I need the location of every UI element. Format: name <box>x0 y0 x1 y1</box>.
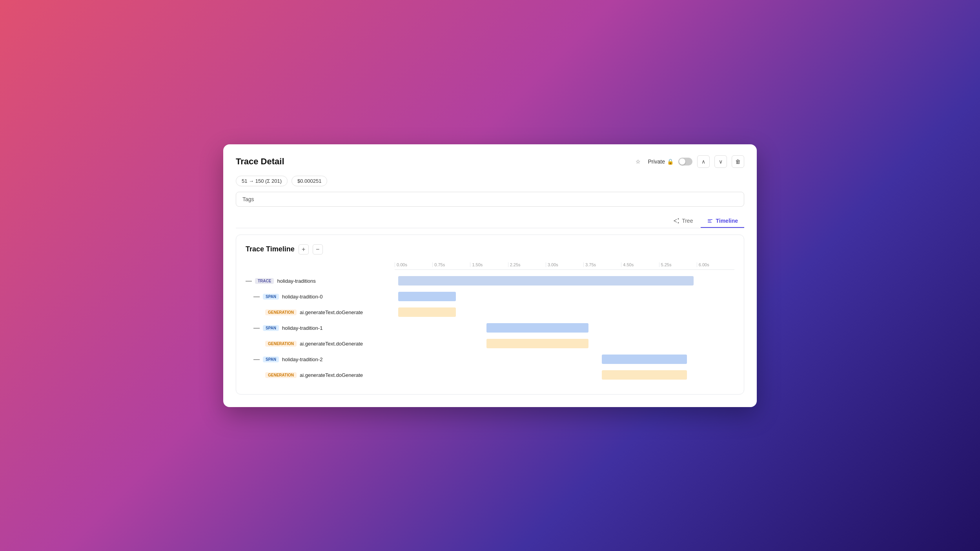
tick-4: 3.00s <box>546 262 583 267</box>
badge-span-2: SPAN <box>263 356 279 362</box>
chart-row-span-0 <box>395 289 734 304</box>
time-axis: 0.00s 0.75s 1.50s 2.25s 3.00s 3.75s 4.50… <box>395 262 734 270</box>
row-label-span-0: SPAN holiday-tradition-0 <box>246 289 395 305</box>
bar-span-0 <box>398 292 456 301</box>
star-icon: ☆ <box>636 158 641 165</box>
cost-badge: $0.000251 <box>291 176 327 186</box>
meta-row: 51 → 150 (Σ 201) $0.000251 <box>236 176 744 186</box>
axis-spacer <box>246 262 395 273</box>
private-label: Private 🔒 <box>648 158 674 165</box>
tick-1: 0.75s <box>432 262 470 267</box>
timeline-icon <box>707 218 713 224</box>
row-label-gen-0: GENERATION ai.generateText.doGenerate <box>246 305 395 320</box>
chart-row-gen-1 <box>395 336 734 351</box>
bar-container-span-2 <box>395 355 734 364</box>
labels-column: TRACE holiday-traditions SPAN holiday-tr… <box>246 262 395 383</box>
tick-8: 6.00s <box>697 262 734 267</box>
chart-row-gen-2 <box>395 367 734 383</box>
trace-detail-card: Trace Detail ☆ Private 🔒 ∧ ∨ 🗑 51 → 150 … <box>223 144 757 407</box>
chart-row-trace-root <box>395 273 734 289</box>
bar-container-gen-2 <box>395 370 734 380</box>
page-title: Trace Detail <box>236 156 284 167</box>
row-label-gen-2: GENERATION ai.generateText.doGenerate <box>246 367 395 383</box>
name-gen-2: ai.generateText.doGenerate <box>300 372 363 378</box>
view-tabs: Tree Timeline <box>236 215 744 228</box>
tick-7: 5.25s <box>659 262 697 267</box>
badge-span-0: SPAN <box>263 294 279 300</box>
star-button[interactable]: ☆ <box>633 157 643 166</box>
bar-container-gen-1 <box>395 339 734 348</box>
tree-icon <box>673 218 679 224</box>
tab-tree-label: Tree <box>682 218 693 224</box>
collapse-span-0[interactable] <box>253 296 260 297</box>
lock-icon: 🔒 <box>667 158 674 165</box>
chart-row-gen-0 <box>395 304 734 320</box>
collapse-all-button[interactable]: − <box>313 244 323 255</box>
bar-container-gen-0 <box>395 307 734 317</box>
row-label-span-1: SPAN holiday-tradition-1 <box>246 320 395 336</box>
bar-container-span-0 <box>395 292 734 301</box>
tags-section: Tags <box>236 192 744 207</box>
svg-point-1 <box>678 218 679 219</box>
bar-span-2 <box>602 355 687 364</box>
bar-container-trace-root <box>395 276 734 286</box>
chart-column: 0.00s 0.75s 1.50s 2.25s 3.00s 3.75s 4.50… <box>395 262 734 383</box>
chart-row-span-2 <box>395 351 734 367</box>
range-badge: 51 → 150 (Σ 201) <box>236 176 288 186</box>
up-button[interactable]: ∧ <box>697 155 710 168</box>
svg-rect-7 <box>708 222 712 223</box>
tab-timeline-label: Timeline <box>716 218 738 224</box>
tick-2: 1.50s <box>470 262 508 267</box>
private-toggle[interactable] <box>678 158 692 165</box>
row-label-span-2: SPAN holiday-tradition-2 <box>246 352 395 367</box>
row-label-trace-root: TRACE holiday-traditions <box>246 273 395 289</box>
badge-gen-0: GENERATION <box>265 309 297 315</box>
tick-5: 3.75s <box>583 262 621 267</box>
tab-timeline[interactable]: Timeline <box>701 215 744 228</box>
delete-button[interactable]: 🗑 <box>732 155 744 168</box>
tick-3: 2.25s <box>508 262 546 267</box>
header: Trace Detail ☆ Private 🔒 ∧ ∨ 🗑 <box>236 155 744 168</box>
svg-point-2 <box>678 222 679 223</box>
expand-all-button[interactable]: + <box>299 244 309 255</box>
header-actions: ☆ Private 🔒 ∧ ∨ 🗑 <box>633 155 744 168</box>
down-button[interactable]: ∨ <box>714 155 727 168</box>
row-label-gen-1: GENERATION ai.generateText.doGenerate <box>246 336 395 352</box>
badge-span-1: SPAN <box>263 325 279 331</box>
badge-gen-2: GENERATION <box>265 372 297 378</box>
bar-gen-0 <box>398 307 456 317</box>
svg-rect-6 <box>708 220 711 221</box>
name-span-1: holiday-tradition-1 <box>282 325 322 331</box>
svg-line-3 <box>675 219 677 220</box>
bar-span-1 <box>486 323 588 333</box>
collapse-trace-root[interactable] <box>246 281 252 282</box>
bar-gen-1 <box>486 339 588 348</box>
tags-label: Tags <box>242 196 254 202</box>
timeline-grid: TRACE holiday-traditions SPAN holiday-tr… <box>246 262 734 383</box>
collapse-span-1[interactable] <box>253 328 260 329</box>
tick-6: 4.50s <box>621 262 659 267</box>
svg-point-0 <box>674 220 675 221</box>
badge-gen-1: GENERATION <box>265 341 297 347</box>
divider <box>236 228 744 228</box>
tab-tree[interactable]: Tree <box>667 215 699 228</box>
svg-rect-5 <box>708 219 712 220</box>
bar-trace-root <box>398 276 694 286</box>
badge-trace-root: TRACE <box>255 278 274 284</box>
name-span-2: holiday-tradition-2 <box>282 356 322 362</box>
chart-row-span-1 <box>395 320 734 336</box>
name-trace-root: holiday-traditions <box>277 278 315 284</box>
timeline-section: Trace Timeline + − TRACE holiday-traditi… <box>236 235 744 395</box>
name-gen-0: ai.generateText.doGenerate <box>300 309 363 315</box>
name-gen-1: ai.generateText.doGenerate <box>300 341 363 347</box>
timeline-header: Trace Timeline + − <box>246 244 734 255</box>
name-span-0: holiday-tradition-0 <box>282 294 322 300</box>
tick-0: 0.00s <box>395 262 432 267</box>
bar-container-span-1 <box>395 323 734 333</box>
svg-line-4 <box>675 221 677 222</box>
timeline-title: Trace Timeline <box>246 245 295 253</box>
bar-gen-2 <box>602 370 687 380</box>
collapse-span-2[interactable] <box>253 359 260 360</box>
